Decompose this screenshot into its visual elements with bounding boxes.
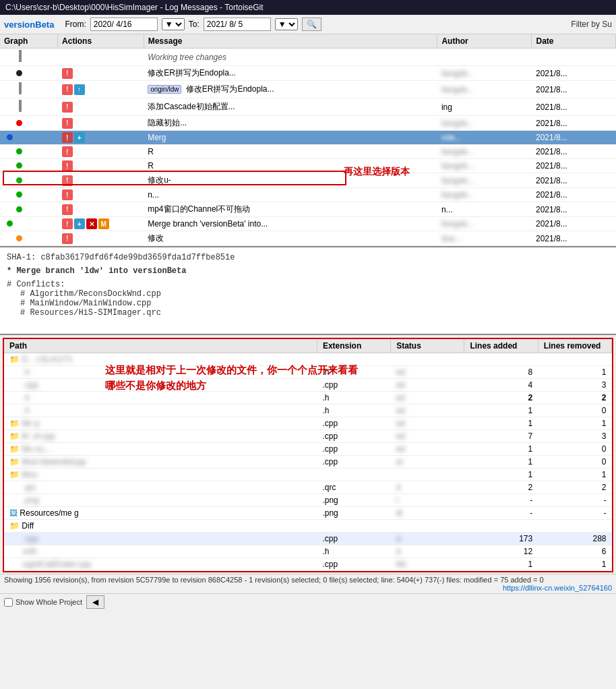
- folder-icon: 📁: [9, 419, 20, 428]
- message-cell: mp4窗口的Channel不可拖动: [144, 202, 437, 217]
- actions-cell: [58, 49, 144, 66]
- file-row[interactable]: 🖼 Resources/me g .png dl - -: [4, 507, 612, 520]
- message-cell: Merge branch 'versionBeta' into...: [144, 217, 437, 231]
- from-date-input[interactable]: [90, 18, 158, 31]
- table-row-selected[interactable]: ! + Merg nde... 2021/8...: [0, 131, 616, 145]
- file-path: .h: [4, 392, 317, 405]
- action-icon-blue[interactable]: +: [74, 132, 85, 143]
- show-whole-project-checkbox[interactable]: [4, 598, 13, 607]
- title-text: C:\Users\csr-b\Desktop\000\HisSimImager …: [5, 3, 264, 12]
- table-row[interactable]: ! + ✕ M Merge branch 'versionBeta' into.…: [0, 217, 616, 231]
- table-row[interactable]: ! 隐藏初始... liangde... 2021/8...: [0, 116, 616, 131]
- file-row[interactable]: 📁 Mc p .cpp ed 1 1: [4, 417, 612, 430]
- file-status: ed: [391, 430, 464, 443]
- graph-cell: [0, 81, 58, 98]
- action-icon[interactable]: !: [62, 189, 73, 200]
- file-path: 📁 Mod ldwwndstcpp: [4, 456, 317, 469]
- file-removed: 2: [538, 481, 611, 494]
- action-icon[interactable]: !: [62, 204, 73, 215]
- file-row[interactable]: egistCaliDrater.cpp .cpp Mc 1 1: [4, 558, 612, 571]
- table-row[interactable]: ! 修改u- liangde... 2021/8...: [0, 173, 616, 188]
- file-row[interactable]: 📁 Diff: [4, 520, 612, 533]
- file-status: d: [391, 481, 464, 494]
- action-icon-blue[interactable]: +: [74, 218, 85, 229]
- action-icon[interactable]: !: [62, 146, 73, 157]
- actions-cell: ! ↑: [58, 81, 144, 98]
- graph-cell: [0, 98, 58, 116]
- table-row[interactable]: ! n... liangde... 2021/8...: [0, 188, 616, 202]
- table-row[interactable]: ! R liangde... 2021/8...: [0, 145, 616, 159]
- table-row[interactable]: ! mp4窗口的Channel不可拖动 n... 2021/8...: [0, 202, 616, 217]
- action-icon[interactable]: !: [62, 102, 73, 113]
- action-icon[interactable]: !: [62, 233, 73, 244]
- files-col-path: Path: [4, 339, 317, 353]
- action-icon[interactable]: !: [62, 132, 73, 143]
- to-dropdown[interactable]: ▼: [275, 18, 298, 30]
- conflicts-header: # Conflicts:: [7, 280, 609, 289]
- file-row[interactable]: .png .png l - -: [4, 494, 612, 507]
- table-row[interactable]: ! 修改ER拼写为Endopla... liangde... 2021/8...: [0, 66, 616, 81]
- file-row[interactable]: orth .h d 12 6: [4, 545, 612, 558]
- file-removed: -: [538, 494, 611, 507]
- author-cell: ing: [437, 98, 532, 116]
- nav-prev-button[interactable]: ◀: [86, 595, 104, 609]
- file-row[interactable]: .h .h ed 2 2: [4, 392, 612, 405]
- action-icon[interactable]: !: [62, 84, 73, 95]
- table-row[interactable]: ! R liangde... 2021/8...: [0, 159, 616, 173]
- to-date-input[interactable]: [204, 18, 271, 31]
- file-status: ed: [391, 417, 464, 430]
- file-row[interactable]: 📁 D... L5L41271: [4, 353, 612, 366]
- table-row[interactable]: ! 添加Cascade初始配置... ing 2021/8...: [0, 98, 616, 116]
- actions-cell: ! +: [58, 131, 144, 145]
- actions-cell: !: [58, 116, 144, 131]
- action-icon-redx[interactable]: ✕: [86, 218, 97, 229]
- file-row[interactable]: 📁 M .of.cpp .cpp ed 7 3: [4, 430, 612, 443]
- col-message: Message: [144, 34, 437, 49]
- files-col-added: Lines added: [464, 339, 538, 353]
- files-section: 这里就是相对于上一次修改的文件，你一个个点开来看看 哪些不是你修改的地方 Pat…: [3, 338, 613, 572]
- action-icon[interactable]: !: [62, 175, 73, 186]
- file-row[interactable]: .h .h ed 1 0: [4, 405, 612, 417]
- file-ext: [317, 469, 390, 481]
- file-status: ed: [391, 392, 464, 405]
- file-row[interactable]: .h .h ed 8 1: [4, 366, 612, 379]
- branch-name[interactable]: versionBeta: [4, 20, 54, 30]
- bottom-bar: Show Whole Project ◀: [0, 593, 616, 610]
- action-icon[interactable]: !: [62, 218, 73, 229]
- table-row[interactable]: ! ↑ origin/ldw 修改ER拼写为Endopla... liangde…: [0, 81, 616, 98]
- file-status: ed: [391, 405, 464, 417]
- table-row[interactable]: Working tree changes: [0, 49, 616, 66]
- log-section: 再这里选择版本 Graph Actions Message Author Dat…: [0, 34, 616, 247]
- author-cell: nde...: [437, 131, 532, 145]
- from-dropdown[interactable]: ▼: [162, 18, 185, 30]
- search-button[interactable]: 🔍: [302, 18, 321, 31]
- actions-cell: !: [58, 202, 144, 217]
- file-removed: 3: [538, 379, 611, 392]
- author-cell: liangde...: [437, 188, 532, 202]
- file-path: 📁 Diff: [4, 520, 317, 533]
- file-row[interactable]: .cpp .cpp d 173 288: [4, 533, 612, 545]
- to-label: To:: [189, 20, 199, 29]
- action-icon[interactable]: !: [62, 68, 73, 79]
- file-status: Mc: [391, 558, 464, 571]
- author-cell: [437, 49, 532, 66]
- action-icon[interactable]: !: [62, 160, 73, 171]
- from-label: From:: [65, 20, 86, 29]
- file-row[interactable]: 📁 Mod ldwwndstcpp .cpp er 1 0: [4, 456, 612, 469]
- file-removed: [538, 520, 611, 533]
- file-row[interactable]: .cpp .cpp ed 4 3: [4, 379, 612, 392]
- folder-icon: 📁: [9, 470, 20, 479]
- action-icon-blue[interactable]: ↑: [74, 84, 85, 95]
- action-icon[interactable]: !: [62, 118, 73, 129]
- author-cell: liangde...: [437, 145, 532, 159]
- file-row[interactable]: .qrc .qrc d 2 2: [4, 481, 612, 494]
- action-icon-orange[interactable]: M: [98, 218, 109, 229]
- file-row[interactable]: 📁 Mou 1 1: [4, 469, 612, 481]
- filter-label: Filter by Su: [571, 20, 612, 29]
- file-ext: .h: [317, 405, 390, 417]
- files-col-ext: Extension: [317, 339, 390, 353]
- file-row[interactable]: 📁 Mo xu... .cpp ed 1 0: [4, 443, 612, 456]
- date-cell: [532, 49, 616, 66]
- file-ext: .cpp: [317, 456, 390, 469]
- table-row[interactable]: ! 修改 due... 2021/8...: [0, 231, 616, 246]
